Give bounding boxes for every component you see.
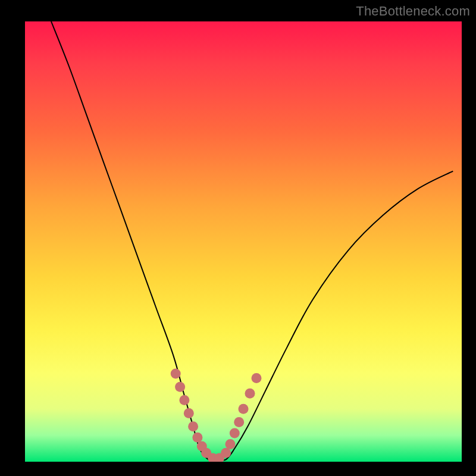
highlight-dots bbox=[171, 369, 262, 462]
highlight-dot bbox=[245, 389, 255, 399]
highlight-dot bbox=[234, 417, 244, 427]
highlight-dot bbox=[252, 373, 262, 383]
highlight-dot bbox=[188, 421, 198, 431]
highlight-dot bbox=[221, 448, 231, 458]
highlight-dot bbox=[230, 428, 240, 438]
plot-area bbox=[25, 21, 462, 462]
highlight-dot bbox=[184, 408, 194, 418]
highlight-dot bbox=[239, 404, 249, 414]
chart-frame: TheBottleneck.com bbox=[0, 0, 476, 476]
watermark-text: TheBottleneck.com bbox=[356, 4, 470, 19]
highlight-dot bbox=[171, 369, 181, 379]
highlight-dot bbox=[179, 395, 189, 405]
highlight-dot bbox=[192, 433, 202, 443]
chart-svg bbox=[25, 21, 462, 462]
highlight-dot bbox=[175, 382, 185, 392]
highlight-dot bbox=[226, 439, 236, 449]
